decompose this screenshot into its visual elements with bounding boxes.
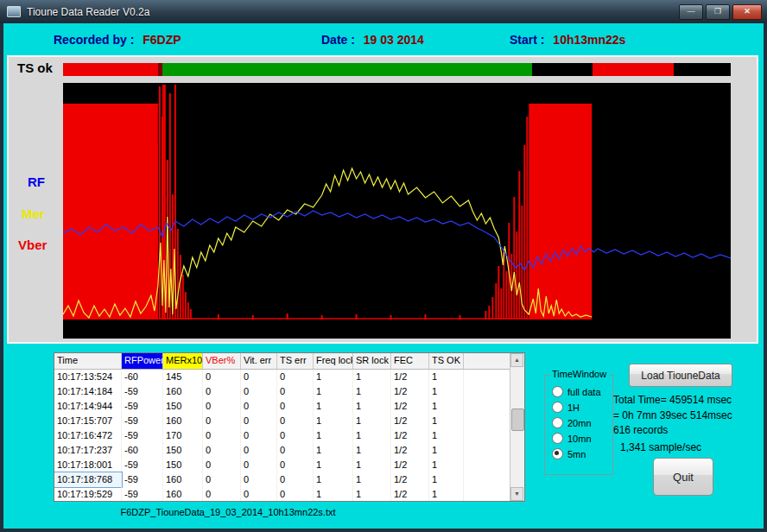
column-header[interactable]: SR lock xyxy=(353,353,391,369)
signal-chart-area xyxy=(63,83,731,339)
table-cell: 0 xyxy=(203,414,241,428)
table-cell: 1/2 xyxy=(391,458,429,472)
table-cell: -60 xyxy=(122,370,163,384)
table-cell: 10:17:13:524 xyxy=(54,370,122,384)
table-cell: 10:17:16:472 xyxy=(54,428,122,443)
radio-label: full data xyxy=(567,387,601,397)
scrollbar-thumb[interactable] xyxy=(511,408,524,431)
scroll-down-icon[interactable]: ▼ xyxy=(510,487,523,501)
radio-icon[interactable] xyxy=(552,417,563,428)
table-cell: 0 xyxy=(203,458,241,472)
column-header[interactable]: TS OK xyxy=(429,353,464,369)
table-cell: 1 xyxy=(429,414,464,428)
records-text: 616 records xyxy=(613,424,668,436)
table-row[interactable]: 10:17:14:184-59160000111/21 xyxy=(54,384,512,399)
duration-text: = 0h 7mn 39sec 514msec xyxy=(613,409,732,421)
table-cell: 1 xyxy=(353,443,391,458)
scroll-up-icon[interactable]: ▲ xyxy=(510,353,523,367)
ts-segment xyxy=(63,63,158,76)
vber-series-label: Vber xyxy=(18,238,47,252)
signal-loss-region xyxy=(63,104,158,320)
table-cell: -59 xyxy=(122,458,163,472)
table-cell: 10:17:15:707 xyxy=(54,414,122,428)
column-header[interactable]: MERx10 xyxy=(163,353,203,369)
ts-segment xyxy=(593,63,674,76)
table-row[interactable]: 10:17:19:529-59160000111/21 xyxy=(54,487,512,502)
table-row[interactable]: 10:17:18:001-59150000111/21 xyxy=(54,458,512,472)
table-cell: 0 xyxy=(203,399,241,414)
radio-icon[interactable] xyxy=(552,433,563,444)
close-button[interactable]: ✕ xyxy=(732,4,762,20)
table-cell: 1 xyxy=(429,458,464,472)
column-header[interactable]: VBer% xyxy=(203,353,241,369)
table-cell: 0 xyxy=(203,472,241,487)
radio-option-20mn[interactable]: 20mn xyxy=(552,417,601,428)
table-cell: 1 xyxy=(314,472,353,487)
column-header[interactable]: Time xyxy=(54,353,122,369)
radio-label: 1H xyxy=(567,402,580,413)
window-title: Tioune Data Reader V0.2a xyxy=(27,6,149,18)
column-header[interactable]: RFPower xyxy=(122,353,163,369)
table-cell: 0 xyxy=(277,370,314,384)
table-scrollbar[interactable]: ▲ ▼ xyxy=(510,353,524,501)
maximize-button[interactable]: ❐ xyxy=(706,4,730,20)
table-row[interactable]: 10:17:16:472-59170000111/21 xyxy=(54,428,512,443)
minimize-button[interactable]: — xyxy=(679,4,703,20)
table-row[interactable]: 10:17:13:524-60145000111/21 xyxy=(54,370,512,384)
table-body: 10:17:13:524-60145000111/2110:17:14:184-… xyxy=(54,370,512,502)
column-header[interactable]: Vit. err xyxy=(241,353,277,369)
table-cell: 0 xyxy=(277,384,314,399)
table-cell: 0 xyxy=(241,458,277,472)
sample-rate-text: 1,341 sample/sec xyxy=(620,441,701,453)
table-cell: 1/2 xyxy=(391,370,429,384)
column-header[interactable]: TS err xyxy=(277,353,314,369)
table-cell: 0 xyxy=(277,443,314,458)
radio-option-10mn[interactable]: 10mn xyxy=(552,433,601,444)
table-row[interactable]: 10:17:18:768-59160000111/21 xyxy=(54,472,512,487)
load-tiounedata-button[interactable]: Load TiouneData xyxy=(629,364,732,387)
table-cell: 0 xyxy=(241,443,277,458)
table-cell: 160 xyxy=(163,472,203,487)
table-cell: 0 xyxy=(203,384,241,399)
table-cell: 0 xyxy=(241,487,277,502)
table-cell: 1 xyxy=(314,443,353,458)
table-cell: 10:17:18:001 xyxy=(54,458,122,472)
table-row[interactable]: 10:17:15:707-59160000111/21 xyxy=(54,414,512,428)
timewindow-options: full data1H20mn10mn5mn xyxy=(552,386,601,459)
table-cell: 0 xyxy=(277,414,314,428)
ts-segment xyxy=(532,63,593,76)
radio-icon[interactable] xyxy=(552,402,563,413)
table-cell: 1 xyxy=(353,458,391,472)
table-cell: 0 xyxy=(203,370,241,384)
radio-icon[interactable] xyxy=(552,448,563,459)
loaded-filename: F6DZP_TiouneData_19_03_2014_10h13mn22s.t… xyxy=(38,507,418,517)
radio-option-1H[interactable]: 1H xyxy=(552,402,601,413)
data-table[interactable]: TimeRFPowerMERx10VBer%Vit. errTS errFreq… xyxy=(54,352,525,502)
table-cell: 160 xyxy=(163,414,203,428)
total-time-text: Total Time= 459514 msec xyxy=(613,394,732,406)
table-cell: 0 xyxy=(277,428,314,443)
table-cell: 10:17:19:529 xyxy=(54,487,122,502)
radio-option-full-data[interactable]: full data xyxy=(552,386,601,397)
table-cell: -59 xyxy=(122,472,163,487)
table-cell: -59 xyxy=(122,428,163,443)
table-cell: 145 xyxy=(163,370,203,384)
app-window: Tioune Data Reader V0.2a — ❐ ✕ Recorded … xyxy=(0,0,767,532)
table-cell: 1 xyxy=(353,370,391,384)
table-cell: 0 xyxy=(203,487,241,502)
quit-button[interactable]: Quit xyxy=(653,458,713,496)
table-cell: 0 xyxy=(241,370,277,384)
table-cell: 1/2 xyxy=(391,472,429,487)
table-row[interactable]: 10:17:17:237-60150000111/21 xyxy=(54,443,512,458)
radio-option-5mn[interactable]: 5mn xyxy=(552,448,601,459)
table-cell: 1 xyxy=(429,428,464,443)
table-cell: 1/2 xyxy=(391,443,429,458)
radio-icon[interactable] xyxy=(552,386,563,397)
column-header[interactable]: Freq lock xyxy=(314,353,353,369)
title-bar[interactable]: Tioune Data Reader V0.2a — ❐ ✕ xyxy=(0,0,767,23)
table-cell: 1 xyxy=(429,487,464,502)
column-header[interactable]: FEC xyxy=(391,353,429,369)
table-row[interactable]: 10:17:14:944-59150000111/21 xyxy=(54,399,512,414)
table-cell: 1 xyxy=(314,370,353,384)
rf-series-label: RF xyxy=(28,174,45,189)
